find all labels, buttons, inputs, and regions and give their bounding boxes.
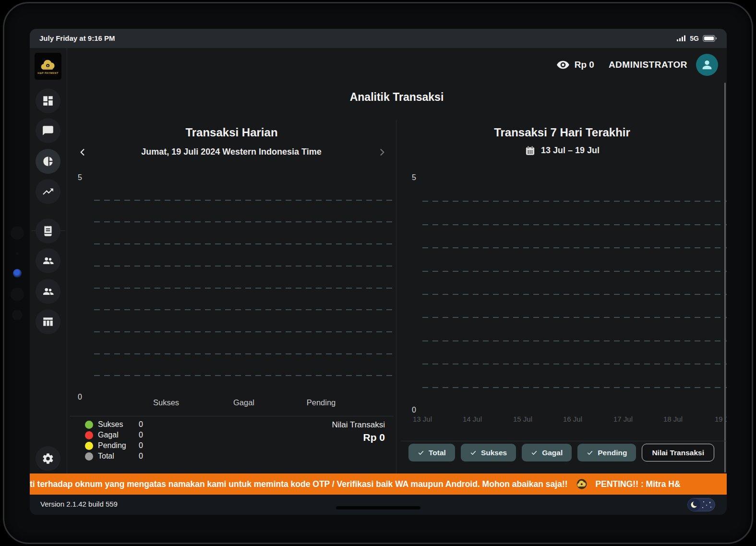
weekly-y-max: 5 xyxy=(412,173,416,182)
sidebar-item-reports[interactable] xyxy=(36,309,60,334)
header-actions: Rp 0 ADMINISTRATOR xyxy=(556,52,718,78)
filter-sukses-button[interactable]: Sukses xyxy=(461,444,516,461)
legend-value: 0 xyxy=(139,452,143,461)
cloud-logo-small-icon xyxy=(576,478,588,490)
legend-dot-total xyxy=(85,452,93,461)
weekly-x-label: 14 Jul xyxy=(463,415,482,423)
weekly-footer-divider xyxy=(401,441,727,441)
legend-label: Sukses xyxy=(98,420,139,429)
pie-chart-icon xyxy=(42,155,54,168)
sidebar-item-trends[interactable] xyxy=(36,179,60,204)
eye-icon xyxy=(556,58,570,72)
trending-up-icon xyxy=(42,185,54,198)
filter-label: Gagal xyxy=(542,449,563,457)
legend-value: 0 xyxy=(139,420,143,429)
chat-icon xyxy=(42,124,54,137)
filter-label: Sukses xyxy=(481,449,507,457)
members-icon xyxy=(42,285,54,298)
warning-marquee: ti terhadap oknum yang mengatas namakan … xyxy=(30,473,727,495)
transaction-value: Rp 0 xyxy=(269,432,385,443)
weekly-x-label: 16 Jul xyxy=(563,415,582,423)
legend-value: 0 xyxy=(139,431,143,439)
camera-lens2-icon xyxy=(11,288,24,301)
table-icon xyxy=(42,315,54,328)
legend-row: Sukses 0 xyxy=(85,419,143,430)
moon-icon xyxy=(690,501,698,509)
receipt-icon xyxy=(42,225,54,237)
header-balance: Rp 0 xyxy=(575,60,594,70)
nilai-transaksi-button[interactable]: Nilai Transaksi xyxy=(642,444,714,461)
dashboard-icon xyxy=(42,95,54,107)
filter-gagal-button[interactable]: Gagal xyxy=(522,444,572,461)
weekly-x-label: 17 Jul xyxy=(613,415,633,423)
camera-lens-icon xyxy=(11,226,24,240)
weekly-x-label: 13 Jul xyxy=(413,415,432,423)
weekly-range-label: 13 Jul – 19 Jul xyxy=(541,146,600,156)
daily-footer-divider xyxy=(70,416,394,416)
sidebar-item-members[interactable] xyxy=(36,279,60,304)
sidebar-item-users[interactable] xyxy=(36,248,60,273)
sidebar-item-analytics[interactable] xyxy=(36,149,60,174)
weekly-x-label: 18 Jul xyxy=(663,415,683,423)
sidebar-item-transactions[interactable] xyxy=(36,218,60,243)
next-day-button[interactable] xyxy=(375,146,389,159)
sidebar-item-settings[interactable] xyxy=(36,446,60,471)
weekly-chart-plot xyxy=(422,178,727,410)
user-role: ADMINISTRATOR xyxy=(609,60,687,70)
marquee-text-left: ti terhadap oknum yang mengatas namakan … xyxy=(30,479,568,489)
daily-chart-plot xyxy=(94,178,394,397)
prev-day-button[interactable] xyxy=(76,146,89,159)
filter-label: Total xyxy=(429,449,446,457)
gear-icon xyxy=(42,452,54,465)
legend-dot-gagal xyxy=(85,431,93,439)
daily-panel-title: Transaksi Harian xyxy=(70,126,394,139)
check-icon xyxy=(531,449,538,456)
marquee-text-right: PENTING!! : Mitra H& xyxy=(596,479,681,489)
sidebar xyxy=(30,48,67,473)
chevron-right-icon xyxy=(377,147,387,157)
legend-label: Total xyxy=(98,452,139,461)
toggle-knob xyxy=(688,498,700,511)
dark-mode-toggle[interactable] xyxy=(687,498,715,511)
mic-dot-icon xyxy=(16,252,19,255)
legend-label: Pending xyxy=(98,441,139,450)
series-filter-row: Total Sukses Gagal Pending Nilai Transak… xyxy=(408,444,714,461)
stage: July Friday at 9:16 PM 5G H&P PAYMENT xyxy=(0,0,756,546)
weekly-y-min: 0 xyxy=(412,406,416,414)
daily-y-max: 5 xyxy=(78,173,82,182)
weekly-x-label: 19 Jul xyxy=(715,415,727,423)
avatar[interactable] xyxy=(696,54,718,76)
status-bar: July Friday at 9:16 PM 5G xyxy=(30,29,727,48)
legend-dot-pending xyxy=(85,442,93,450)
network-type: 5G xyxy=(690,35,699,42)
legend-label: Gagal xyxy=(98,431,139,439)
signal-bars-icon xyxy=(677,35,686,42)
daily-x-label: Pending xyxy=(307,398,336,407)
legend-dot-sukses xyxy=(85,421,93,429)
battery-icon xyxy=(703,35,717,42)
filter-total-button[interactable]: Total xyxy=(408,444,455,461)
page-title: Analitik Transaksi xyxy=(68,91,726,104)
filter-pending-button[interactable]: Pending xyxy=(577,444,636,461)
balance-visibility-toggle[interactable] xyxy=(556,58,570,72)
sidebar-item-messages[interactable] xyxy=(36,118,60,143)
sidebar-item-dashboard[interactable] xyxy=(36,88,60,113)
weekly-panel-title: Transaksi 7 Hari Terakhir xyxy=(398,126,726,139)
legend-row: Total 0 xyxy=(85,451,143,461)
transaction-value-label: Nilai Transaksi xyxy=(269,420,385,430)
flash-dot-icon xyxy=(12,310,23,320)
person-icon xyxy=(700,58,714,72)
calendar-icon xyxy=(525,145,536,156)
panel-divider xyxy=(396,120,396,473)
app-footer: Version 2.1.42 build 559 xyxy=(30,495,727,515)
filter-label: Pending xyxy=(598,449,627,457)
check-icon xyxy=(587,449,593,456)
status-indicators: 5G xyxy=(677,29,717,48)
date-range-picker[interactable]: 13 Jul – 19 Jul xyxy=(398,145,726,156)
legend-row: Gagal 0 xyxy=(85,430,143,440)
legend-value: 0 xyxy=(139,441,143,450)
home-indicator[interactable] xyxy=(336,506,420,510)
check-icon xyxy=(418,449,424,456)
camera-blue-lens-icon xyxy=(13,269,22,278)
check-icon xyxy=(470,449,477,456)
